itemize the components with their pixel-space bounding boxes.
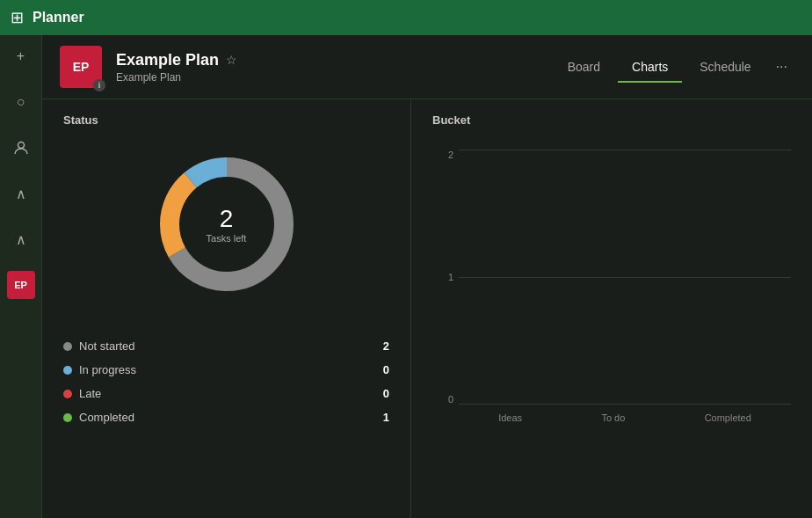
status-legend: Not started 2 In progress 0 [63,334,389,429]
bars-area [459,150,791,405]
late-dot [63,390,72,398]
not-started-label: Not started [79,339,135,353]
tab-board[interactable]: Board [554,53,614,83]
legend-in-progress: In progress 0 [63,358,389,382]
plan-initials: EP [73,60,90,74]
plan-nav: Board Charts Schedule ··· [554,52,794,82]
plan-name: Example Plan [116,51,219,69]
in-progress-label: In progress [79,363,136,376]
top-bar: ⊞ Planner [0,0,812,35]
legend-completed: Completed 1 [63,405,389,429]
plan-name-row: Example Plan ☆ [116,51,540,69]
status-panel: Status [42,99,411,518]
status-title: Status [63,113,389,127]
plan-header: EP i Example Plan ☆ Example Plan Board C… [42,35,812,99]
bucket-title: Bucket [432,113,791,127]
sidebar: + ○ ∧ ∧ EP [0,35,42,518]
completed-dot [63,413,72,422]
charts-area: Status [42,99,812,518]
donut-center: 2 Tasks left [207,205,247,244]
chevron-up-2-icon[interactable]: ∧ [7,225,35,253]
person-icon[interactable] [7,134,35,162]
grid-icon[interactable]: ⊞ [11,8,24,27]
donut-chart: 2 Tasks left [152,150,301,299]
content-area: EP i Example Plan ☆ Example Plan Board C… [42,35,812,518]
chevron-up-1-icon[interactable]: ∧ [7,179,35,208]
y-label-2: 2 [448,150,453,160]
plan-subtitle: Example Plan [116,71,540,84]
late-count: 0 [383,387,389,400]
svg-point-0 [18,142,24,149]
plan-avatar: EP i [60,46,102,88]
y-label-1: 1 [448,272,453,282]
y-axis: 2 1 0 [432,150,459,405]
add-icon[interactable]: + [7,42,35,70]
completed-count: 1 [383,411,389,424]
legend-not-started: Not started 2 [63,334,389,358]
not-started-count: 2 [383,339,389,353]
not-started-dot [63,342,72,351]
bar-chart: 2 1 0 [432,150,791,504]
y-label-0: 0 [448,394,453,405]
tab-charts[interactable]: Charts [618,53,682,83]
late-label: Late [79,387,101,400]
in-progress-count: 0 [383,363,389,376]
plan-info: Example Plan ☆ Example Plan [116,51,540,84]
in-progress-dot [63,366,72,375]
x-label-completed: Completed [705,412,751,423]
main-layout: + ○ ∧ ∧ EP EP i Example Plan ☆ Example [0,35,812,518]
donut-container: 2 Tasks left [63,150,389,299]
info-badge: i [93,79,105,91]
x-labels: Ideas To do Completed [459,405,791,431]
legend-late: Late 0 [63,382,389,405]
tab-schedule[interactable]: Schedule [685,53,765,83]
donut-number: 2 [207,205,247,233]
bucket-panel: Bucket 2 1 0 [411,99,812,518]
x-label-todo: To do [601,412,625,423]
app-title: Planner [33,10,84,26]
bar-chart-inner: 2 1 0 [432,150,791,431]
ep-avatar-icon[interactable]: EP [7,271,35,299]
home-icon[interactable]: ○ [7,88,35,116]
more-options-button[interactable]: ··· [769,52,794,82]
donut-label: Tasks left [207,233,247,244]
x-label-ideas: Ideas [498,412,522,423]
plan-star-icon[interactable]: ☆ [226,53,237,67]
completed-label: Completed [79,411,134,424]
